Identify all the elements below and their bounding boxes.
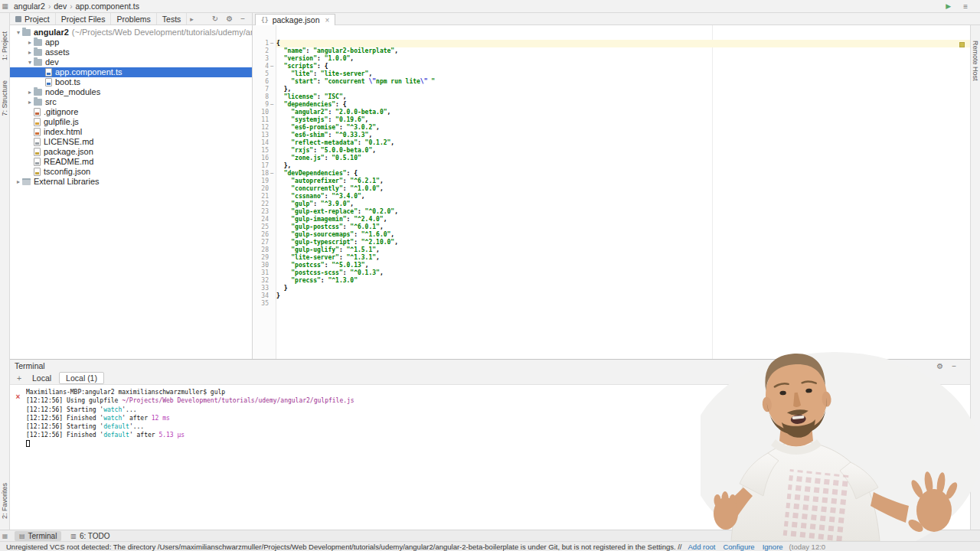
code-line[interactable]: "license": "ISC",: [276, 93, 970, 101]
code-line[interactable]: "postcss-scss": "^0.1.3",: [276, 269, 970, 277]
tree-item-src[interactable]: ▸src: [10, 97, 252, 107]
toolwindow-tab-problems[interactable]: Problems: [111, 13, 156, 24]
tree-item-gitignore[interactable]: .gitignore: [10, 107, 252, 117]
code-line[interactable]: "gulp-uglify": "^1.5.1",: [276, 246, 970, 254]
tree-chevron-closed-icon[interactable]: ▸: [15, 177, 22, 187]
tree-chevron-closed-icon[interactable]: ▸: [26, 47, 34, 57]
toolwindow-button-todo[interactable]: ▥ 6: TODO: [66, 531, 114, 541]
tree-chevron-closed-icon[interactable]: ▸: [26, 37, 34, 47]
code-line[interactable]: "rxjs": "5.0.0-beta.0",: [276, 147, 970, 155]
terminal-settings-icon[interactable]: ⚙: [936, 362, 943, 370]
inspection-indicator[interactable]: [959, 42, 965, 47]
hide-panel-icon[interactable]: −: [240, 15, 245, 23]
terminal-minimize-icon[interactable]: −: [952, 362, 956, 370]
code-line[interactable]: "gulp-postcss": "^6.0.1",: [276, 223, 970, 231]
terminal-prompt-line[interactable]: [26, 440, 970, 448]
stop-process-icon[interactable]: ×: [16, 393, 21, 401]
tree-item-index-html[interactable]: index.html: [10, 127, 252, 137]
code-line[interactable]: {: [276, 40, 970, 47]
code-line[interactable]: "es6-promise": "^3.0.2",: [276, 124, 970, 132]
code-line[interactable]: },: [276, 162, 970, 170]
status-link-ignore[interactable]: Ignore: [763, 543, 783, 551]
code-line[interactable]: "scripts": {: [276, 63, 970, 70]
tree-item-boot-ts[interactable]: boot.ts: [10, 77, 252, 87]
code-line[interactable]: "lite": "lite-server",: [276, 70, 970, 78]
code-line[interactable]: "version": "1.0.0",: [276, 55, 970, 63]
settings-icon[interactable]: ⚙: [226, 15, 233, 23]
code-line[interactable]: "reflect-metadata": "0.1.2",: [276, 139, 970, 147]
code-line[interactable]: "angular2": "2.0.0-beta.0",: [276, 109, 970, 116]
code-line[interactable]: "zone.js": "0.5.10": [276, 155, 970, 162]
tree-chevron-open-icon[interactable]: ▾: [26, 57, 34, 67]
tree-chevron-closed-icon[interactable]: ▸: [26, 87, 34, 97]
code-line[interactable]: "devDependencies": {: [276, 170, 970, 178]
code-area[interactable]: { "name": "angular2-boilerplate", "versi…: [276, 25, 970, 359]
code-line[interactable]: "dependencies": {: [276, 101, 970, 109]
fold-icon[interactable]: −: [269, 170, 276, 178]
code-line[interactable]: "name": "angular2-boilerplate",: [276, 47, 970, 55]
tree-item-dev[interactable]: ▾dev: [10, 57, 252, 67]
tree-item-app-component-ts[interactable]: app.component.ts: [10, 67, 252, 77]
code-line[interactable]: "gulp-ext-replace": "^0.2.0",: [276, 208, 970, 216]
breadcrumb-item-app-component-ts[interactable]: app.component.ts: [76, 2, 139, 11]
app-menu-icon[interactable]: ▦: [0, 2, 10, 10]
run-icon[interactable]: ▶: [946, 2, 951, 10]
code-line[interactable]: "start": "concurrent \"npm run lite\" ": [276, 78, 970, 86]
code-line[interactable]: "es6-shim": "^0.33.3",: [276, 132, 970, 139]
code-line[interactable]: "autoprefixer": "^6.2.1",: [276, 178, 970, 185]
code-line[interactable]: "postcss": "^5.0.13",: [276, 262, 970, 269]
tree-item-angular2[interactable]: ▾angular2(~/Projects/Web Development/tut…: [10, 28, 252, 37]
status-link-configure[interactable]: Configure: [723, 543, 754, 551]
tree-item-app[interactable]: ▸app: [10, 37, 252, 47]
code-line[interactable]: "gulp": "^3.9.0",: [276, 201, 970, 208]
fold-icon[interactable]: −: [269, 63, 276, 70]
tree-item-license-md[interactable]: LICENSE.md: [10, 137, 252, 147]
code-line[interactable]: "systemjs": "0.19.6",: [276, 116, 970, 124]
breadcrumb-item-dev[interactable]: dev: [54, 2, 67, 11]
tree-item-external-libraries[interactable]: ▸External Libraries: [10, 177, 252, 187]
code-line[interactable]: "cssnano": "^3.4.0",: [276, 193, 970, 201]
toolwindow-button-project[interactable]: 1: Project: [1, 31, 8, 60]
status-link-add-root[interactable]: Add root: [688, 543, 716, 551]
toolwindow-button-remote-host[interactable]: Remote Host: [972, 41, 979, 81]
terminal-tab-local-1[interactable]: Local (1): [59, 372, 104, 384]
toolwindow-tab-project-files[interactable]: Project Files: [56, 13, 112, 24]
toolwindow-tab-tests[interactable]: Tests: [157, 13, 188, 24]
tree-item-package-json[interactable]: package.json: [10, 147, 252, 157]
close-tab-icon[interactable]: ×: [325, 16, 330, 24]
toolwindow-switcher-icon[interactable]: ▦: [0, 533, 10, 540]
tree-chevron-closed-icon[interactable]: ▸: [26, 97, 34, 107]
main-menu-icon[interactable]: ≡: [963, 2, 968, 11]
tree-item-gulpfile-js[interactable]: gulpfile.js: [10, 117, 252, 127]
code-line[interactable]: }: [276, 292, 970, 300]
tree-item-readme-md[interactable]: README.md: [10, 157, 252, 167]
tab-package-json[interactable]: {} package.json ×: [255, 14, 335, 25]
code-line[interactable]: "precss": "^1.3.0": [276, 277, 970, 285]
toolwindow-button-structure[interactable]: 7: Structure: [1, 80, 8, 116]
fold-icon[interactable]: −: [269, 40, 276, 47]
code-line[interactable]: "gulp-typescript": "^2.10.0",: [276, 239, 970, 246]
fold-icon[interactable]: −: [269, 101, 276, 109]
tree-item-assets[interactable]: ▸assets: [10, 47, 252, 57]
terminal-tab-local[interactable]: Local: [26, 373, 57, 383]
toolwindow-tabs-more-icon[interactable]: ▸: [187, 15, 197, 23]
tree-item-node-modules[interactable]: ▸node_modules: [10, 87, 252, 97]
code-line[interactable]: "gulp-imagemin": "^2.4.0",: [276, 216, 970, 223]
code-line[interactable]: "concurrently": "^1.0.0",: [276, 185, 970, 193]
toolwindow-tab-project[interactable]: Project: [10, 13, 56, 24]
tree-chevron-open-icon[interactable]: ▾: [15, 28, 22, 37]
tree-item-label: README.md: [44, 157, 93, 167]
code-line[interactable]: }: [276, 285, 970, 292]
code-line[interactable]: "lite-server": "^1.3.1",: [276, 254, 970, 262]
toolwindow-button-favorites[interactable]: 2: Favorites: [1, 483, 8, 519]
breadcrumb-item-angular2[interactable]: angular2: [14, 2, 45, 11]
toolwindow-button-terminal[interactable]: ▤ Terminal: [15, 531, 61, 541]
code-line[interactable]: },: [276, 86, 970, 93]
new-terminal-session-icon[interactable]: +: [14, 373, 24, 383]
terminal-output[interactable]: Maximilians-MBP:angular2 maximilianschwa…: [26, 385, 970, 530]
gutter-line: 4−: [253, 63, 276, 70]
tree-item-tsconfig-json[interactable]: tsconfig.json: [10, 167, 252, 177]
refresh-icon[interactable]: ↻: [212, 15, 218, 23]
code-line[interactable]: "gulp-sourcemaps": "^1.6.0",: [276, 231, 970, 239]
code-line[interactable]: [276, 300, 970, 308]
